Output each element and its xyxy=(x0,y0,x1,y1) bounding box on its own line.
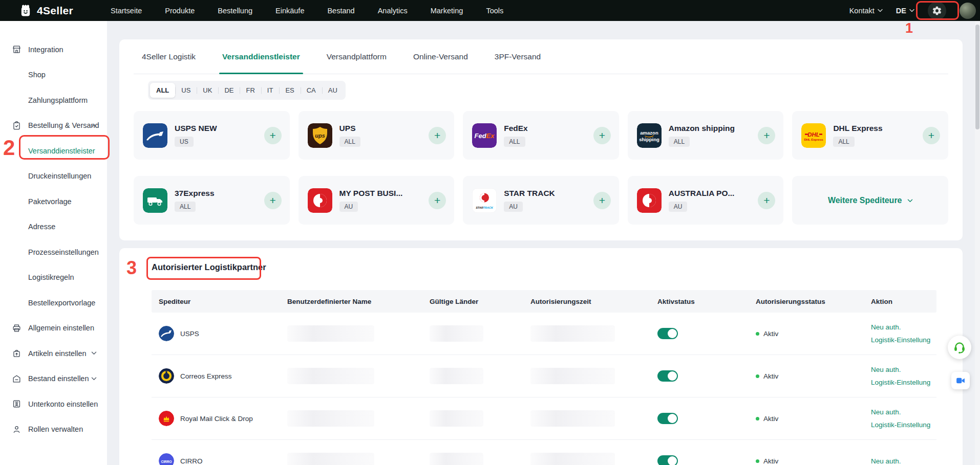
active-toggle[interactable] xyxy=(657,328,678,339)
sidebar-item-bestellung-versand[interactable]: Bestellung & Versand xyxy=(0,113,107,139)
add-carrier-button[interactable]: + xyxy=(429,192,446,209)
action-link-neu-auth[interactable]: Neu auth. xyxy=(871,366,901,373)
contact-dropdown[interactable]: Kontakt xyxy=(849,7,883,15)
usps-round-logo-icon xyxy=(159,326,174,341)
auspost-logo-icon xyxy=(637,188,662,213)
carrier-name: 37Express xyxy=(175,189,215,198)
nav-item-startseite[interactable]: Startseite xyxy=(111,7,142,15)
sidebar-item-druckeinstellungen[interactable]: Druckeinstellungen xyxy=(0,164,107,189)
filter-chip-de[interactable]: DE xyxy=(218,83,240,98)
tab-4seller-logistik[interactable]: 4Seller Logistik xyxy=(142,39,196,74)
filter-chip-uk[interactable]: UK xyxy=(197,83,218,98)
sidebar-item-label: Versanddienstleister xyxy=(28,147,95,155)
add-carrier-button[interactable]: + xyxy=(758,127,775,144)
language-dropdown[interactable]: DE xyxy=(896,7,914,15)
partner-name: CIRRO xyxy=(180,457,203,465)
filter-chip-all[interactable]: ALL xyxy=(150,83,175,98)
sidebar-item-unterkonto-einstellen[interactable]: Unterkonto einstellen xyxy=(0,391,107,417)
filter-chip-fr[interactable]: FR xyxy=(240,83,261,98)
add-carrier-button[interactable]: + xyxy=(593,127,611,144)
action-link-neu-auth[interactable]: Neu auth. xyxy=(871,408,901,416)
sidebar-item-bestand-einstellen[interactable]: Bestand einstellen xyxy=(0,366,107,392)
sidebar-item-adresse[interactable]: Adresse xyxy=(0,214,107,240)
auth-time-cell xyxy=(522,410,649,427)
nav-item-eink-ufe[interactable]: Einkäufe xyxy=(275,7,304,15)
support-chat-button[interactable] xyxy=(948,336,971,359)
headset-support-icon xyxy=(952,340,967,355)
video-tutorial-button[interactable] xyxy=(951,372,970,389)
carrier-name: DHL Express xyxy=(833,124,882,133)
add-carrier-button[interactable]: + xyxy=(264,192,282,209)
custom-name-cell xyxy=(279,325,421,342)
redacted-value xyxy=(530,325,615,342)
carrier-info: UPSALL xyxy=(339,124,360,147)
add-carrier-button[interactable]: + xyxy=(758,192,775,209)
sidebar-item-paketvorlage[interactable]: Paketvorlage xyxy=(0,189,107,214)
sidebar-item-versanddienstleister[interactable]: Versanddienstleister xyxy=(0,138,107,164)
sidebar-item-artikeln-einstellen[interactable]: Artikeln einstellen xyxy=(0,341,107,366)
carrier-card-dhl-express: DHLDHL ExpressDHL ExpressALL+ xyxy=(792,111,948,160)
active-toggle[interactable] xyxy=(657,455,678,465)
country-badge: AU xyxy=(669,202,688,212)
add-carrier-button[interactable]: + xyxy=(593,192,611,209)
sidebar-item-zahlungsplattform[interactable]: Zahlungsplattform xyxy=(0,87,107,113)
action-link-logistik-einstellung[interactable]: Logistik-Einstellung xyxy=(871,379,930,386)
svg-text:CIRRO: CIRRO xyxy=(161,460,172,463)
startrack-logo-icon: STARTRACK xyxy=(472,188,497,213)
sidebar-item-rollen-verwalten[interactable]: Rollen verwalten xyxy=(0,417,107,442)
nav-item-bestand[interactable]: Bestand xyxy=(327,7,354,15)
nav-item-marketing[interactable]: Marketing xyxy=(431,7,463,15)
filter-chip-ca[interactable]: CA xyxy=(301,83,322,98)
valid-countries-cell xyxy=(421,453,522,465)
scrollbar-thumb[interactable] xyxy=(975,25,979,129)
sidebar-item-prozesseinstellungen[interactable]: Prozesseinstellungen xyxy=(0,239,107,265)
add-carrier-button[interactable]: + xyxy=(429,127,446,144)
nav-item-produkte[interactable]: Produkte xyxy=(165,7,195,15)
carrier-name: AUSTRALIA PO... xyxy=(669,189,735,198)
active-toggle[interactable] xyxy=(657,370,678,382)
user-avatar[interactable] xyxy=(960,3,976,19)
tab-versanddienstleister[interactable]: Versanddienstleister xyxy=(222,39,300,74)
auth-time-cell xyxy=(522,453,649,465)
filter-chip-it[interactable]: IT xyxy=(261,83,280,98)
correos-round-logo-icon xyxy=(159,368,174,384)
tab-3pf-versand[interactable]: 3PF-Versand xyxy=(495,39,541,74)
filter-chip-au[interactable]: AU xyxy=(322,83,344,98)
sidebar-item-integration[interactable]: Integration xyxy=(0,37,107,62)
redacted-value xyxy=(287,410,374,427)
tab-versandplattform[interactable]: Versandplattform xyxy=(327,39,387,74)
action-link-neu-auth[interactable]: Neu auth. xyxy=(871,457,901,465)
settings-button[interactable] xyxy=(928,2,946,20)
app-logo[interactable]: 4Seller xyxy=(18,4,73,18)
printer-icon xyxy=(12,323,22,333)
sidebar-item-label: Rollen verwalten xyxy=(28,425,83,433)
add-carrier-button[interactable]: + xyxy=(264,127,282,144)
action-link-logistik-einstellung[interactable]: Logistik-Einstellung xyxy=(871,336,930,344)
active-toggle[interactable] xyxy=(657,413,678,424)
nav-item-tools[interactable]: Tools xyxy=(486,7,503,15)
chevron-down-icon xyxy=(909,9,914,12)
filter-chip-us[interactable]: US xyxy=(175,83,197,98)
fedex-logo-icon: FedEx xyxy=(472,123,497,148)
filter-chip-es[interactable]: ES xyxy=(279,83,300,98)
person-icon xyxy=(12,425,22,434)
more-carriers-label: Weitere Spediteure xyxy=(828,196,902,205)
sidebar-item-logistikregeln[interactable]: Logistikregeln xyxy=(0,265,107,291)
sidebar-item-label: Paketvorlage xyxy=(28,197,72,206)
more-carriers-button[interactable]: Weitere Spediteure xyxy=(792,176,948,225)
nav-item-bestellung[interactable]: Bestellung xyxy=(218,7,252,15)
tab-online-versand[interactable]: Online-Versand xyxy=(413,39,468,74)
sidebar-item-bestellexportvorlage[interactable]: Bestellexportvorlage xyxy=(0,290,107,316)
action-link-neu-auth[interactable]: Neu auth. xyxy=(871,323,901,331)
carrier-card-fedex: FedExFedExALL+ xyxy=(463,111,619,160)
column-header-benutzerdefinierter-name: Benutzerdefinierter Name xyxy=(279,298,421,305)
carrier-name: STAR TRACK xyxy=(504,189,555,198)
column-header-autorisierungsstatus: Autorisierungsstatus xyxy=(748,298,863,305)
action-link-logistik-einstellung[interactable]: Logistik-Einstellung xyxy=(871,421,930,429)
sidebar-item-shop[interactable]: Shop xyxy=(0,62,107,88)
sidebar: IntegrationShopZahlungsplattformBestellu… xyxy=(0,21,107,465)
sidebar-item-allgemein-einstellen[interactable]: Allgemein einstellen xyxy=(0,316,107,341)
nav-item-analytics[interactable]: Analytics xyxy=(378,7,408,15)
partner-name: USPS xyxy=(180,330,199,338)
add-carrier-button[interactable]: + xyxy=(923,127,940,144)
